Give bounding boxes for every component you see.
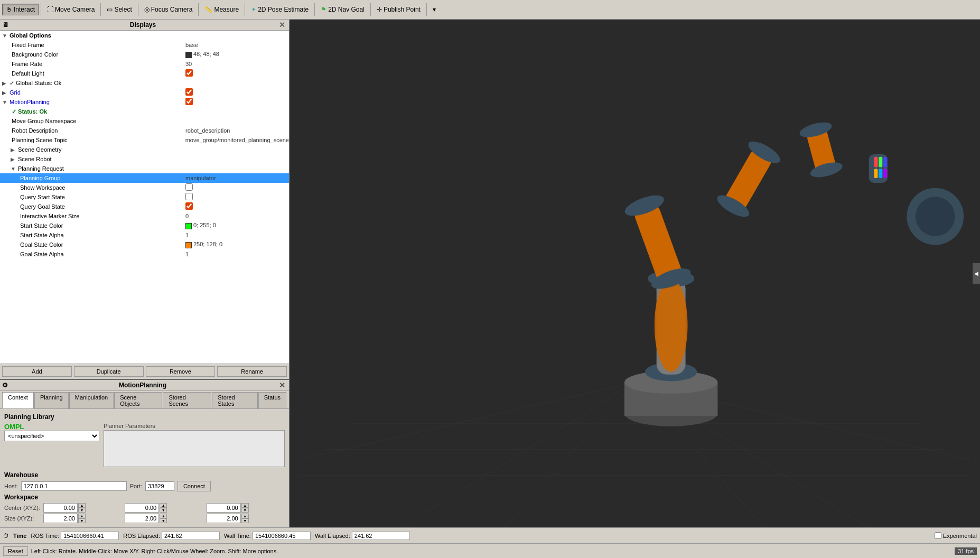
sx-spinner[interactable]: ▲ ▼ xyxy=(78,514,86,523)
remove-button[interactable]: Remove xyxy=(146,366,216,377)
cx-up[interactable]: ▲ xyxy=(78,503,86,508)
planner-select[interactable]: <unspecified> xyxy=(4,431,99,441)
cy-down[interactable]: ▼ xyxy=(160,508,167,513)
default-light-checkbox[interactable] xyxy=(185,69,193,77)
sy-down[interactable]: ▼ xyxy=(160,518,167,523)
extra-button[interactable]: ▾ xyxy=(429,4,440,15)
tab-stored-scenes[interactable]: Stored Scenes xyxy=(163,392,211,408)
tree-row[interactable]: Background Color 48; 48; 48 xyxy=(0,50,289,59)
size-x-input[interactable]: ▲ ▼ xyxy=(43,514,122,523)
connect-button[interactable]: Connect xyxy=(178,481,211,491)
sx-down[interactable]: ▼ xyxy=(78,518,86,523)
sz-up[interactable]: ▲ xyxy=(241,514,249,518)
tab-planning[interactable]: Planning xyxy=(34,392,69,408)
tab-status[interactable]: Status xyxy=(258,392,286,408)
tree-row[interactable]: Frame Rate 30 xyxy=(0,59,289,69)
wall-elapsed-input[interactable] xyxy=(352,532,410,540)
tree-arrow[interactable]: ▶ xyxy=(2,90,8,96)
tree-row[interactable]: Show Workspace xyxy=(0,183,289,192)
center-y-input[interactable]: ▲ ▼ xyxy=(125,503,203,513)
cz-spinner[interactable]: ▲ ▼ xyxy=(241,503,249,513)
cx-spinner[interactable]: ▲ ▼ xyxy=(78,503,86,513)
center-z-input[interactable]: ▲ ▼ xyxy=(207,503,285,513)
cx-down[interactable]: ▼ xyxy=(78,508,86,513)
tree-row[interactable]: Move Group Namespace xyxy=(0,116,289,126)
sz-field[interactable] xyxy=(207,514,241,523)
sx-up[interactable]: ▲ xyxy=(78,514,86,518)
tree-row[interactable]: Fixed Frame base xyxy=(0,40,289,50)
interact-button[interactable]: 🖱 Interact xyxy=(2,4,39,15)
port-input[interactable] xyxy=(145,481,174,491)
sy-spinner[interactable]: ▲ ▼ xyxy=(160,514,167,523)
size-z-input[interactable]: ▲ ▼ xyxy=(207,514,285,523)
motion-planning-close-button[interactable]: ✕ xyxy=(277,381,287,389)
cz-field[interactable] xyxy=(207,503,241,513)
cz-down[interactable]: ▼ xyxy=(241,508,249,513)
sz-spinner[interactable]: ▲ ▼ xyxy=(241,514,249,523)
tab-manipulation[interactable]: Manipulation xyxy=(69,392,114,408)
tree-row[interactable]: ▶ Scene Robot xyxy=(0,154,289,164)
tree-row[interactable]: Robot Description robot_description xyxy=(0,126,289,135)
tree-row[interactable]: ✓ Status: Ok xyxy=(0,107,289,116)
cy-up[interactable]: ▲ xyxy=(160,503,167,508)
select-button[interactable]: ▭ Select xyxy=(103,4,135,15)
pose-estimate-button[interactable]: ✦ 2D Pose Estimate xyxy=(247,4,312,15)
tree-row[interactable]: Goal State Color 250; 128; 0 xyxy=(0,240,289,249)
sz-down[interactable]: ▼ xyxy=(241,518,249,523)
tree-arrow[interactable]: ▶ xyxy=(11,147,17,153)
cx-field[interactable] xyxy=(43,503,78,513)
tree-row[interactable]: Interactive Marker Size 0 xyxy=(0,211,289,221)
tree-row[interactable]: Goal State Alpha 1 xyxy=(0,249,289,259)
motionplanning-checkbox[interactable] xyxy=(185,98,193,105)
query-goal-checkbox[interactable] xyxy=(185,202,193,210)
tab-scene-objects[interactable]: Scene Objects xyxy=(114,392,162,408)
tree-value[interactable] xyxy=(183,193,289,201)
sx-field[interactable] xyxy=(43,514,78,523)
move-camera-button[interactable]: ⛶ Move Camera xyxy=(43,4,98,15)
duplicate-button[interactable]: Duplicate xyxy=(74,366,144,377)
wall-time-input[interactable] xyxy=(253,532,311,540)
host-input[interactable] xyxy=(21,481,127,491)
sy-field[interactable] xyxy=(125,514,159,523)
tree-row[interactable]: Query Start State xyxy=(0,192,289,202)
tree-value[interactable] xyxy=(183,98,289,106)
tree-view[interactable]: ▼ Global Options Fixed Frame base Backgr… xyxy=(0,31,289,364)
add-button[interactable]: Add xyxy=(2,366,72,377)
grid-checkbox[interactable] xyxy=(185,88,193,96)
tree-row[interactable]: Query Goal State xyxy=(0,202,289,211)
tree-row[interactable]: Planning Scene Topic move_group/monitore… xyxy=(0,135,289,145)
tree-arrow[interactable]: ▶ xyxy=(2,80,8,86)
rename-button[interactable]: Rename xyxy=(217,366,287,377)
center-x-input[interactable]: ▲ ▼ xyxy=(43,503,122,513)
tree-row[interactable]: Planning Group manipulator xyxy=(0,173,289,183)
show-workspace-checkbox[interactable] xyxy=(185,183,193,191)
tree-row[interactable]: Start State Color 0; 255; 0 xyxy=(0,221,289,230)
tree-row[interactable]: ▼ Planning Request xyxy=(0,164,289,173)
sy-up[interactable]: ▲ xyxy=(160,514,167,518)
tree-arrow[interactable]: ▶ xyxy=(11,156,17,162)
ros-elapsed-input[interactable] xyxy=(162,532,220,540)
cy-spinner[interactable]: ▲ ▼ xyxy=(160,503,167,513)
tree-arrow[interactable]: ▼ xyxy=(2,99,8,105)
nav-goal-button[interactable]: ⚑ 2D Nav Goal xyxy=(317,4,368,15)
tree-value[interactable] xyxy=(183,69,289,78)
tree-value[interactable] xyxy=(183,183,289,192)
tree-value[interactable] xyxy=(183,88,289,97)
tree-row[interactable]: Start State Alpha 1 xyxy=(0,230,289,240)
viewport[interactable]: ◀ xyxy=(290,20,980,527)
tree-arrow[interactable]: ▼ xyxy=(11,166,17,172)
reset-button[interactable]: Reset xyxy=(3,546,28,556)
size-y-input[interactable]: ▲ ▼ xyxy=(125,514,203,523)
tree-value[interactable] xyxy=(183,202,289,211)
ros-time-input[interactable] xyxy=(61,532,119,540)
tree-row[interactable]: ▶ Grid xyxy=(0,88,289,97)
tree-row[interactable]: ▶ ✓ Global Status: Ok xyxy=(0,78,289,88)
tree-row[interactable]: ▼ Global Options xyxy=(0,31,289,40)
experimental-checkbox[interactable] xyxy=(935,532,941,539)
tree-arrow[interactable]: ▼ xyxy=(2,33,8,39)
query-start-checkbox[interactable] xyxy=(185,193,193,200)
tab-context[interactable]: Context xyxy=(2,392,34,408)
displays-close-button[interactable]: ✕ xyxy=(277,21,287,29)
publish-point-button[interactable]: ✛ Publish Point xyxy=(373,4,424,15)
tab-stored-states[interactable]: Stored States xyxy=(212,392,258,408)
